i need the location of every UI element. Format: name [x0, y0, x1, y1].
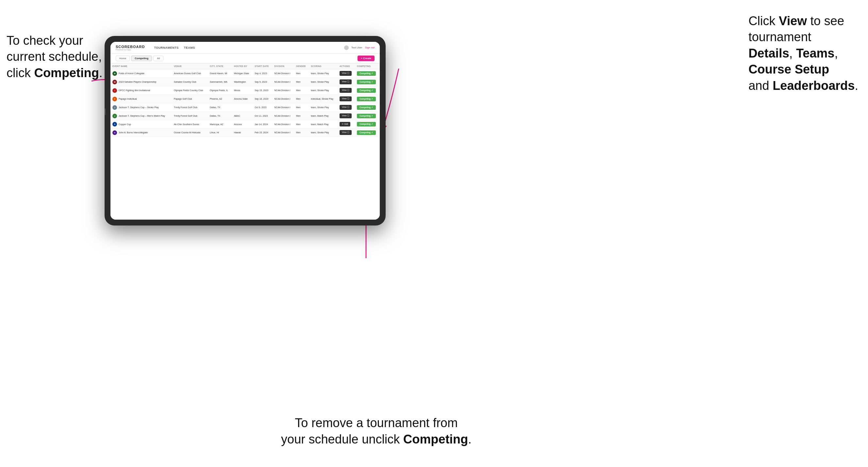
team-logo: J — [113, 114, 117, 118]
hosted-by-cell: Washington — [232, 78, 253, 86]
team-logo: A — [113, 122, 117, 126]
nav-links: TOURNAMENTS TEAMS — [154, 46, 337, 49]
scoring-cell: team, Stroke Play — [309, 103, 338, 112]
create-button[interactable]: + Create — [358, 56, 374, 61]
view-button[interactable]: View ⓘ — [340, 71, 352, 76]
hosted-by-cell: Arizona — [232, 120, 253, 128]
competing-cell: Competing ✓ — [355, 103, 380, 112]
filter-home[interactable]: Home — [116, 56, 130, 61]
actions-cell: View ⓘ — [338, 95, 355, 103]
filter-area: Home Competing All + Create — [111, 54, 380, 63]
competing-button[interactable]: Competing ✓ — [357, 97, 376, 101]
competing-button[interactable]: Competing ✓ — [357, 71, 376, 76]
col-scoring: SCORING — [309, 63, 338, 69]
filter-all[interactable]: All — [153, 56, 163, 61]
division-cell: NCAA Division I — [272, 86, 294, 95]
topright-bold3: Details — [748, 46, 789, 60]
annotation-line3-bold: Competing — [34, 66, 99, 80]
view-button[interactable]: View ⓘ — [340, 96, 352, 101]
city-state-cell: Grand Haven, MI — [208, 69, 232, 78]
table-body: M Folds of Honor Collegiate American Dun… — [111, 69, 380, 137]
start-date-cell: Sep 9, 2023 — [253, 78, 272, 86]
team-logo: J — [113, 105, 117, 110]
view-button[interactable]: View ⓘ — [340, 88, 352, 93]
event-name-text: Papago Individual — [119, 98, 137, 100]
table-row: I OFCC Fighting Illini Invitational Olym… — [111, 86, 380, 95]
gender-cell: Men — [294, 112, 309, 120]
col-event-name: EVENT NAME — [111, 63, 172, 69]
competing-button[interactable]: Competing ✓ — [357, 122, 376, 126]
city-state-cell: Sammamish, WA — [208, 78, 232, 86]
event-name-cell: J Jackson T. Stephens Cup – Men's Match … — [111, 112, 172, 120]
hosted-by-cell: Hawaii — [232, 128, 253, 137]
competing-cell: Competing ✓ — [355, 69, 380, 78]
user-icon — [344, 45, 349, 50]
event-name-cell: M Folds of Honor Collegiate — [111, 69, 172, 78]
view-button[interactable]: View ⓘ — [340, 130, 352, 135]
hosted-by-cell: Arizona State — [232, 95, 253, 103]
competing-button[interactable]: Competing ✓ — [357, 114, 376, 118]
team-logo: W — [113, 80, 117, 84]
annotation-topright: Click View to see tournament Details, Te… — [748, 13, 858, 94]
view-button[interactable]: View ⓘ — [340, 114, 352, 118]
event-name-cell: J Jackson T. Stephens Cup – Stroke Play — [111, 103, 172, 112]
table-row: H John A. Burns Intercollegiate Ocean Co… — [111, 128, 380, 137]
edit-button[interactable]: ✏ Edit — [340, 122, 350, 126]
city-state-cell: Lihue, HI — [208, 128, 232, 137]
division-cell: NCAA Division I — [272, 78, 294, 86]
topright-bold4: Course Setup — [748, 62, 829, 76]
scoring-cell: team, Match Play — [309, 120, 338, 128]
actions-cell: View ⓘ — [338, 69, 355, 78]
brand: SCOREBOARD Powered by clippi — [116, 45, 145, 51]
nav-tournaments[interactable]: TOURNAMENTS — [154, 46, 179, 49]
scoring-cell: individual, Stroke Play — [309, 95, 338, 103]
competing-button[interactable]: Competing ✓ — [357, 80, 376, 84]
tablet-side-button — [104, 108, 106, 115]
topright-suffix3b: , — [835, 46, 838, 60]
filter-competing[interactable]: Competing — [131, 56, 152, 61]
signout-link[interactable]: Sign out — [365, 46, 374, 49]
actions-cell: ✏ Edit — [338, 120, 355, 128]
filter-tabs: Home Competing All — [116, 56, 163, 61]
actions-cell: View ⓘ — [338, 78, 355, 86]
bottom-prefix2: your schedule unclick — [281, 432, 403, 446]
topright-prefix5: and — [748, 79, 773, 92]
competing-cell: Competing ✓ — [355, 112, 380, 120]
division-cell: NCAA Division I — [272, 103, 294, 112]
scoring-cell: team, Stroke Play — [309, 86, 338, 95]
table-row: J Jackson T. Stephens Cup – Stroke Play … — [111, 103, 380, 112]
venue-cell: Ocean Course At Hokuala — [172, 128, 208, 137]
competing-button[interactable]: Competing ✓ — [357, 88, 376, 93]
annotation-line3-suffix: . — [99, 66, 103, 80]
nav-teams[interactable]: TEAMS — [184, 46, 195, 49]
venue-cell: Olympia Fields Country Club — [172, 86, 208, 95]
gender-cell: Men — [294, 95, 309, 103]
tablet-screen: SCOREBOARD Powered by clippi TOURNAMENTS… — [111, 42, 380, 220]
city-state-cell: Dallas, TX — [208, 103, 232, 112]
view-button[interactable]: View ⓘ — [340, 80, 352, 84]
competing-button[interactable]: Competing ✓ — [357, 105, 376, 110]
actions-cell: View ⓘ — [338, 86, 355, 95]
view-button[interactable]: View ⓘ — [340, 105, 352, 110]
hosted-by-cell: Michigan State — [232, 69, 253, 78]
competing-cell: Competing ✓ — [355, 120, 380, 128]
user-name: Test User — [351, 46, 363, 49]
table-row: W 2023 Sahalee Players Championship Saha… — [111, 78, 380, 86]
division-cell: NCAA Division I — [272, 112, 294, 120]
team-logo: I — [113, 88, 117, 93]
competing-cell: Competing ✓ — [355, 95, 380, 103]
topright-bold1: View — [779, 14, 807, 28]
table-container: EVENT NAME VENUE CITY, STATE HOSTED BY S… — [111, 63, 380, 220]
table-row: J Jackson T. Stephens Cup – Men's Match … — [111, 112, 380, 120]
competing-button[interactable]: Competing ✓ — [357, 130, 376, 135]
start-date-cell: Feb 15, 2024 — [253, 128, 272, 137]
col-competing: COMPETING — [355, 63, 380, 69]
col-city-state: CITY, STATE — [208, 63, 232, 69]
tournaments-table: EVENT NAME VENUE CITY, STATE HOSTED BY S… — [111, 63, 380, 137]
start-date-cell: Oct 11, 2023 — [253, 112, 272, 120]
venue-cell: Trinity Forest Golf Club — [172, 112, 208, 120]
col-start-date: START DATE — [253, 63, 272, 69]
bottom-bold2: Competing — [403, 432, 468, 446]
gender-cell: Men — [294, 120, 309, 128]
col-gender: GENDER — [294, 63, 309, 69]
